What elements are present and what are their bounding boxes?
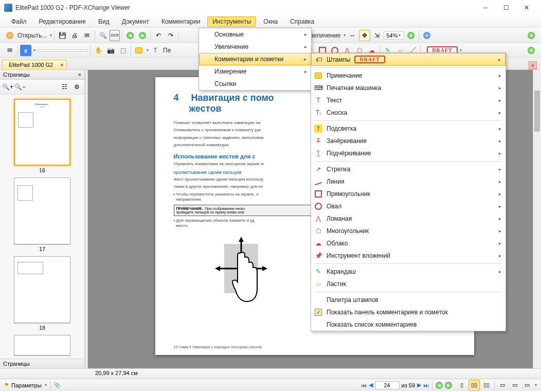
thumbnail[interactable]: 18 [14,256,70,331]
line-item[interactable]: Линия▸ [311,175,506,188]
open-label[interactable]: Открыть... [16,32,48,39]
tools-zoom-item[interactable]: Увеличение▸ [199,41,311,53]
view2-icon[interactable]: ▭ [509,380,520,391]
attachment-icon[interactable]: 📎 [53,382,61,388]
thumb-gear-icon[interactable]: ⚙ [71,81,82,93]
text-tool-icon[interactable]: T [150,45,161,56]
thumbnail[interactable] [14,335,70,357]
search-icon[interactable]: 🔍 [97,30,109,41]
show-panel-item[interactable]: ✓Показать панель комментариев и пометок [311,306,506,318]
close-button[interactable]: ✕ [516,1,537,14]
google-dropdown-icon[interactable]: ▾ [33,48,35,52]
menu-tools[interactable]: Инструменты [207,16,256,27]
tools-links-item[interactable]: Ссылки [199,78,311,90]
panel-close-icon[interactable]: × [78,72,81,78]
zoom-out-icon[interactable]: − [421,30,432,41]
open-dropdown-icon[interactable]: ▾ [50,33,52,38]
add-plugin2-icon[interactable]: + [526,45,537,56]
vertical-scrollbar[interactable] [533,70,541,368]
undo-icon[interactable]: ↶ [153,30,164,41]
tab-close-icon[interactable]: × [60,62,63,68]
polyline-item[interactable]: ⋀Ломаная▸ [311,212,506,225]
nav-fwd-icon[interactable]: ► [137,30,148,41]
first-page-icon[interactable]: ⏮ [361,382,367,388]
fit-actual-icon[interactable]: ⇲ [371,30,383,41]
menu-view[interactable]: Вид [93,16,115,27]
show-list-item[interactable]: Показать список комментариев [311,318,506,331]
thumbnail[interactable]: 17 [14,177,70,252]
pencil-item[interactable]: ✎Карандаш▸ [311,265,506,278]
tools-measure-item[interactable]: Измерение▸ [199,65,311,78]
snapshot-icon[interactable]: 📷 [105,45,116,56]
thumb-zoomin-icon[interactable]: 🔍+ [2,81,13,93]
menu-help[interactable]: Справка [285,16,319,27]
prev-page-icon[interactable]: ◀ [369,382,373,388]
google-icon[interactable]: g [20,45,31,56]
menu-comments[interactable]: Комментарии [156,16,206,27]
zoom-in-icon[interactable]: + [405,30,417,41]
view1-icon[interactable]: ▭ [497,380,508,391]
fit-page-icon[interactable]: ✥ [359,30,370,41]
last-page-icon[interactable]: ⏭ [423,382,429,388]
close-all-tabs-icon[interactable]: × [529,61,537,69]
thumb-opts-icon[interactable]: ☷ [59,81,70,93]
options-dropdown-icon[interactable]: ▾ [45,383,47,387]
search-field[interactable] [37,49,88,51]
eraser-item[interactable]: ▱Ластик [311,278,506,290]
arrow-item[interactable]: ↗Стрелка▸ [311,163,506,175]
select-icon[interactable]: ⬚ [117,45,129,56]
flag-icon[interactable]: ⚑ [4,382,9,388]
redo-icon[interactable]: ↷ [165,30,176,41]
attachment-item[interactable]: 📌Инструмент вложений▸ [311,250,506,262]
mail-icon[interactable]: ✉ [4,45,15,56]
palette-item[interactable]: Палитра штампов [311,294,506,306]
view3-icon[interactable]: ▭ [521,380,533,391]
menu-edit[interactable]: Редактирование [34,16,91,27]
fit-width-icon[interactable]: ↔ [347,30,358,41]
menu-document[interactable]: Документ [117,16,154,27]
email-icon[interactable]: ✉ [81,30,93,41]
back-history-icon[interactable]: ◄ [436,382,443,389]
underline-item[interactable]: TПодчёркивание▸ [311,147,506,159]
typewriter-item[interactable]: ⌨Печатная машинка▸ [311,82,506,94]
options-button[interactable]: Параметры [11,382,42,388]
page-number-input[interactable] [375,381,400,389]
layout3-icon[interactable]: ▯▯ [481,380,492,391]
view-dropdown-icon[interactable]: ▾ [535,383,537,387]
next-page-icon[interactable]: ▶ [417,382,421,388]
add-plugin-icon[interactable]: + [526,30,537,41]
rect-item[interactable]: Прямоугольник▸ [311,188,506,200]
oval-item[interactable]: Овал▸ [311,200,506,212]
highlight-item[interactable]: TПодсветка▸ [311,122,506,135]
text-item[interactable]: TТекст▸ [311,94,506,106]
menu-windows[interactable]: Окна [258,16,283,27]
open-icon[interactable] [4,30,15,41]
layout2-icon[interactable]: ▯▯ [468,380,480,391]
thumbnail[interactable]: 4 Навигация...…текст… 16 [14,99,70,173]
ocr-icon[interactable]: OCR [110,30,120,41]
note-dropdown-icon[interactable]: ▾ [147,48,149,52]
tools-basic-item[interactable]: Основные▸ [199,28,311,41]
zoom-combo[interactable]: 54%▾ [384,31,404,40]
tools-comments-item[interactable]: Комментарии и пометки▸ [199,53,311,65]
layout1-icon[interactable]: ▯ [456,380,467,391]
thumb-zoomout-icon[interactable]: 🔍− [14,81,26,93]
stamps-item[interactable]: 🏷 Штампы DRAFT ▸ [311,53,506,66]
document-tab[interactable]: ElitePad 1000 G2 × [2,60,67,69]
print-icon[interactable]: 🖨 [69,30,80,41]
footnote-item[interactable]: T₎Сноска▸ [311,106,506,119]
note-tool-icon[interactable] [133,45,145,56]
fwd-history-icon[interactable]: ► [445,382,452,389]
minimize-button[interactable]: ─ [475,1,496,14]
menu-file[interactable]: Файл [6,16,32,27]
polygon-item[interactable]: ⬠Многоугольник▸ [311,225,506,237]
cloud-item[interactable]: ☁Облако▸ [311,237,506,250]
hand-icon[interactable]: ✋ [93,45,104,56]
note-item[interactable]: Примечание▸ [311,69,506,82]
nav-back-icon[interactable]: ◄ [124,30,136,41]
stamp-dropdown-icon[interactable]: ▾ [460,48,462,52]
save-icon[interactable]: 💾 [57,30,68,41]
strike-item[interactable]: TЗачёркивание▸ [311,135,506,147]
maximize-button[interactable]: ☐ [496,1,516,14]
zoom-dropdown-icon[interactable]: ▾ [344,33,346,38]
